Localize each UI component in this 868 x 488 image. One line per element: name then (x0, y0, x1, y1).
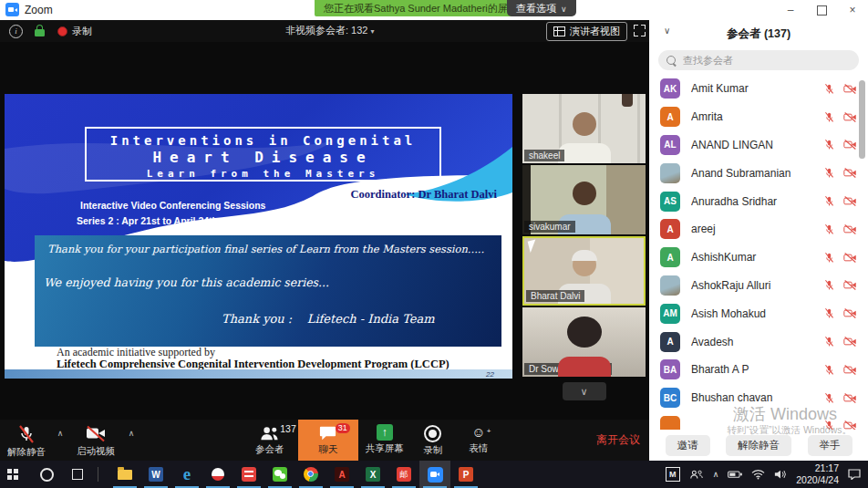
search-input[interactable] (681, 54, 849, 67)
taskbar-separator[interactable] (93, 461, 102, 488)
slide-bottom-band (5, 369, 512, 379)
participant-row[interactable]: AL ANAND LINGAN (649, 131, 868, 160)
avatar: AL (660, 135, 680, 155)
participant-row[interactable]: AM Asish Mohakud (649, 299, 868, 327)
participant-name: Amrita (691, 110, 823, 123)
mail-icon[interactable]: 邮 (388, 461, 419, 488)
participant-search-box[interactable] (658, 50, 859, 70)
speaker-icon[interactable] (774, 469, 787, 480)
participant-row[interactable]: BA Bharath A P (649, 356, 868, 384)
participants-button[interactable]: 137 参会者 (242, 420, 298, 461)
participant-row[interactable]: A areej (649, 215, 868, 244)
zoom-logo-icon (5, 3, 19, 16)
video-options-chevron[interactable]: ∧ (124, 420, 139, 461)
action-center-icon[interactable] (848, 469, 861, 480)
participant-row[interactable]: A Avadesh (649, 327, 868, 356)
chrome-icon[interactable] (295, 461, 326, 488)
mic-muted-icon (823, 336, 835, 348)
video-muted-icon (843, 252, 857, 264)
restore-button[interactable] (806, 0, 837, 20)
info-icon[interactable]: i (9, 25, 23, 38)
video-thumbnail[interactable]: sivakumar (522, 165, 646, 234)
participants-count: 137 (280, 423, 296, 434)
fullscreen-icon[interactable] (634, 25, 646, 36)
tray-time: 21:17 (796, 462, 839, 474)
taskbar-clock[interactable]: 21:17 2020/4/24 (796, 462, 839, 486)
video-muted-icon (843, 307, 857, 319)
battery-icon[interactable] (728, 470, 742, 479)
panel-collapse-chevron[interactable]: ∨ (664, 26, 670, 36)
people-tray-icon[interactable] (689, 469, 704, 480)
video-name-label: Bharat Dalvi (526, 290, 584, 302)
video-muted-icon (85, 424, 107, 443)
start-button[interactable] (0, 461, 31, 488)
mic-muted-icon (823, 392, 835, 404)
close-button[interactable]: × (837, 0, 868, 20)
lock-icon (35, 29, 45, 36)
edge-icon[interactable]: e (171, 461, 202, 488)
zoom-app-icon[interactable] (419, 461, 450, 488)
video-thumbnail[interactable]: Dr Sowmya Kasturi (522, 307, 646, 377)
speaker-view-button[interactable]: 演讲者视图 (546, 22, 627, 41)
mic-muted-icon (823, 279, 835, 291)
scrollbar-thumb[interactable] (859, 80, 865, 159)
participant-row[interactable]: AS Anuradha Sridhar (649, 187, 868, 215)
minimized-app-icon[interactable]: M (666, 467, 680, 482)
mic-muted-icon (823, 223, 835, 235)
slide-title-box: Interventions in Congenital Heart Diseas… (85, 127, 441, 182)
nonvideo-participants-dropdown[interactable]: 非视频参会者: 132▾ (285, 24, 374, 37)
video-thumbnail-active-speaker[interactable]: Bharat Dalvi (522, 236, 646, 306)
wechat-icon[interactable] (264, 461, 295, 488)
slide-series: Series 2 : Apr 21st to April 24th (77, 215, 218, 226)
share-screen-button[interactable]: ↑ 共享屏幕 (358, 420, 411, 461)
participant-video-face (573, 320, 596, 344)
shared-screen-slide: Interventions in Congenital Heart Diseas… (5, 94, 512, 379)
participant-row[interactable]: AK Amit Kumar (649, 75, 868, 103)
raise-hand-button[interactable]: 举手 (808, 435, 852, 456)
red-chinese-app-icon[interactable] (233, 461, 264, 488)
participant-name: Anuradha Sridhar (691, 195, 823, 208)
slide-thanks-line3: Thank you : Lifetech - India Team (222, 312, 435, 326)
task-view-button[interactable] (62, 461, 93, 488)
meeting-area: i 录制 非视频参会者: 132▾ 演讲者视图 (0, 20, 649, 461)
minimize-button[interactable]: – (775, 0, 806, 20)
view-options-button[interactable]: 查看选项∨ (507, 0, 576, 16)
file-explorer-icon[interactable] (109, 461, 140, 488)
start-video-button[interactable]: 启动视频 (67, 420, 124, 461)
chevron-down-icon: ▾ (370, 27, 374, 36)
thumbnail-strip-collapse-button[interactable]: ∨ (563, 382, 606, 400)
leave-meeting-button[interactable]: 离开会议 (571, 420, 649, 461)
unmute-me-button[interactable]: 解除静音 (726, 435, 791, 456)
unmute-button[interactable]: 解除静音 (0, 420, 53, 461)
avatar: BC (660, 388, 680, 408)
slide-thanks-line2: We enjoyed having you for this academic … (44, 275, 329, 289)
tray-chevron-up-icon[interactable]: ∧ (713, 470, 719, 479)
invite-button[interactable]: 邀请 (666, 435, 710, 456)
powerpoint-icon[interactable]: P (450, 461, 481, 488)
qq-icon[interactable] (202, 461, 233, 488)
participant-name: AshokRaju Alluri (691, 279, 823, 292)
chat-unread-badge: 31 (336, 423, 350, 433)
mic-options-chevron[interactable]: ∧ (53, 420, 67, 461)
reactions-button[interactable]: ☺+ 表情 (455, 420, 502, 461)
participant-name: AshishKumar (691, 251, 823, 264)
participants-panel-title: 参会者 (137) (649, 20, 868, 42)
recording-label: 录制 (72, 25, 92, 38)
chat-button[interactable]: 31 聊天 (298, 420, 358, 461)
mic-muted-icon (16, 424, 36, 444)
participant-row[interactable]: AshokRaju Alluri (649, 272, 868, 300)
participant-row[interactable]: A AshishKumar (649, 244, 868, 272)
video-thumbnail[interactable]: shakeel (522, 94, 646, 163)
wifi-icon[interactable] (751, 469, 765, 480)
participant-row[interactable]: Anand Subramanian (649, 159, 868, 187)
record-button[interactable]: 录制 (411, 420, 455, 461)
acrobat-icon[interactable]: A (326, 461, 357, 488)
activate-windows-watermark: 激活 Windows (733, 403, 837, 425)
cortana-button[interactable] (31, 461, 62, 488)
excel-icon[interactable]: X (357, 461, 388, 488)
word-icon[interactable]: W (140, 461, 171, 488)
mic-muted-icon (823, 139, 835, 151)
video-muted-icon (843, 167, 857, 179)
participant-list: AK Amit Kumar A Amrita (649, 75, 868, 430)
participant-row[interactable]: A Amrita (649, 103, 868, 131)
